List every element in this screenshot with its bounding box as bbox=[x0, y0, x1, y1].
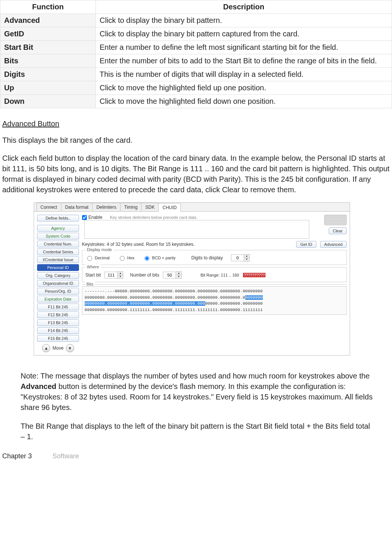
chevron-up-icon[interactable]: ▲ bbox=[244, 254, 249, 258]
chuid-screenshot: Connect Data format Delimiters Timing SD… bbox=[34, 202, 350, 356]
move-label: Move bbox=[52, 346, 63, 351]
move-up-button[interactable]: ▲ bbox=[42, 344, 50, 352]
tab-dataformat[interactable]: Data format bbox=[61, 203, 93, 211]
tab-delimiters[interactable]: Delimiters bbox=[92, 203, 120, 211]
where-group: Where Start bit ▲▼ Number of bits ▲▼ Bit… bbox=[82, 267, 347, 282]
chevron-down-icon[interactable]: ▼ bbox=[176, 275, 181, 278]
chevron-up-icon[interactable]: ▲ bbox=[118, 272, 123, 275]
field-credential-issue[interactable]: I/Credential Issue bbox=[37, 256, 79, 263]
num-bits-spinner[interactable]: ▲▼ bbox=[163, 271, 182, 279]
table-row: DigitsThis is the number of digits that … bbox=[0, 68, 392, 81]
advanced-intro-p1: This displays the bit ranges of the card… bbox=[2, 135, 390, 145]
radio-bcd[interactable]: BCD + parity bbox=[143, 255, 176, 261]
move-down-button[interactable]: ▼ bbox=[66, 344, 74, 352]
field-credential-num[interactable]: Credential Num. bbox=[37, 241, 79, 247]
field-f15[interactable]: F15 Bit 245 bbox=[37, 335, 79, 342]
advanced-button-heading: Advanced Button bbox=[2, 120, 390, 128]
table-row: BitsEnter the number of bits to add to t… bbox=[0, 54, 392, 68]
field-f12[interactable]: F12 Bit 245 bbox=[37, 311, 79, 318]
num-bits-label: Number of bits bbox=[130, 272, 159, 278]
chevron-down-icon[interactable]: ▼ bbox=[244, 258, 249, 261]
footer-chapter: Chapter 3 bbox=[2, 452, 32, 460]
bytes-message: Keystrokes: 4 of 32 bytes used. Room for… bbox=[82, 242, 195, 247]
function-table: Function Description AdvancedClick to di… bbox=[0, 0, 392, 108]
col-function-header: Function bbox=[0, 0, 96, 14]
col-description-header: Description bbox=[96, 0, 392, 14]
field-f14[interactable]: F14 Bit 245 bbox=[37, 327, 79, 334]
table-row: AdvancedClick to display the binary bit … bbox=[0, 14, 392, 27]
field-organizational-id[interactable]: Organizational ID bbox=[37, 280, 79, 287]
field-expiration-date[interactable]: Expiration Date bbox=[37, 296, 79, 302]
bit-range-unknown: ?????????? bbox=[243, 273, 265, 277]
bits-group: Bits --------.---00000.00000000.00000000… bbox=[82, 284, 347, 315]
page-footer: Chapter 3 Software bbox=[0, 450, 392, 464]
define-fields-button[interactable]: Define fields.. bbox=[37, 215, 79, 221]
table-row: Start BitEnter a number to define the le… bbox=[0, 41, 392, 54]
radio-hex[interactable]: Hex bbox=[118, 255, 135, 261]
enable-checkbox[interactable]: Enable bbox=[82, 215, 102, 220]
start-bit-spinner[interactable]: ▲▼ bbox=[104, 271, 123, 279]
table-row: DownClick to move the highlighted field … bbox=[0, 95, 392, 108]
table-row: GetIDClick to display the binary bit pat… bbox=[0, 27, 392, 41]
bit-range-label: Bit Range: 111 .. 160 bbox=[200, 273, 239, 277]
advanced-button[interactable]: Advanced bbox=[320, 241, 347, 248]
field-person-org-id[interactable]: Person/Org. ID bbox=[37, 288, 79, 295]
digits-label: Digits to display bbox=[191, 255, 223, 260]
chevron-down-icon[interactable]: ▼ bbox=[118, 275, 123, 278]
field-system-code[interactable]: System Code bbox=[37, 233, 79, 239]
keystrokes-textarea[interactable] bbox=[84, 220, 309, 239]
note-flash-memory: Note: The message that displays the numb… bbox=[21, 371, 373, 413]
where-legend: Where bbox=[85, 265, 100, 269]
field-credential-series[interactable]: Credential Series bbox=[37, 248, 79, 255]
field-agency[interactable]: Agency bbox=[37, 225, 79, 232]
table-row: UpClick to move the highlighted field up… bbox=[0, 81, 392, 95]
getid-button[interactable]: Get ID bbox=[296, 241, 316, 248]
start-bit-label: Start bit bbox=[85, 272, 101, 278]
field-personal-id[interactable]: Personal ID bbox=[37, 264, 79, 271]
radio-decimal[interactable]: Decimal bbox=[85, 255, 110, 261]
bits-legend: Bits bbox=[85, 282, 95, 286]
field-org-category[interactable]: Org. Category bbox=[37, 272, 79, 279]
display-mode-group: Display mode Decimal Hex BCD + parity Di… bbox=[82, 250, 347, 265]
keyboard-icon bbox=[324, 215, 347, 225]
tab-connect[interactable]: Connect bbox=[36, 203, 61, 211]
field-f13[interactable]: F13 Bit 245 bbox=[37, 319, 79, 326]
tab-sdk[interactable]: SDK bbox=[141, 203, 159, 211]
field-f11[interactable]: F11 Bit 245 bbox=[37, 304, 79, 310]
tab-timing[interactable]: Timing bbox=[120, 203, 142, 211]
digits-spinner[interactable]: ▲▼ bbox=[231, 254, 250, 262]
fields-sidebar: Define fields.. Agency System Code Crede… bbox=[37, 215, 79, 352]
tabstrip: Connect Data format Delimiters Timing SD… bbox=[34, 203, 350, 212]
keystrokes-hint: Key strokes delimiters below precede car… bbox=[110, 215, 196, 220]
tab-chuid[interactable]: CHUID bbox=[158, 203, 181, 212]
clear-button[interactable]: Clear bbox=[329, 227, 347, 234]
chevron-up-icon[interactable]: ▲ bbox=[176, 272, 181, 275]
display-mode-legend: Display mode bbox=[85, 247, 113, 252]
advanced-intro-p2: Click each field button to display the l… bbox=[2, 153, 390, 195]
bits-output: --------.---00000.00000000.00000000.0000… bbox=[82, 286, 347, 315]
note-bit-range: The Bit Range that displays to the left … bbox=[21, 421, 373, 442]
footer-software: Software bbox=[52, 452, 79, 460]
